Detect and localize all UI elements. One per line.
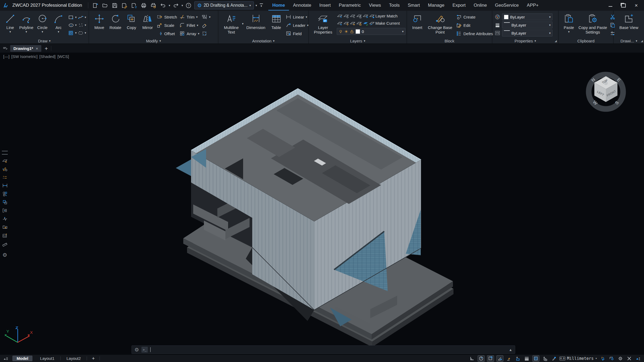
arc-button[interactable]: Arc	[50, 13, 67, 34]
panel-label-layers[interactable]: Layers	[309, 39, 407, 43]
tab-home[interactable]: Home	[268, 0, 289, 10]
line-button[interactable]: Line	[2, 13, 18, 34]
layout1-tab[interactable]: Layout1	[36, 356, 58, 361]
color-dropdown[interactable]: ByLayer	[502, 13, 552, 20]
offset-button[interactable]: Offset	[157, 30, 177, 37]
tab-insert[interactable]: Insert	[315, 0, 335, 10]
panel-label-modify[interactable]: Modify	[89, 39, 218, 43]
visual-style-control[interactable]: [Shaded]	[39, 54, 56, 59]
layout-list-button[interactable]	[3, 356, 9, 361]
close-button[interactable]	[633, 2, 639, 8]
stretch-button[interactable]: Stretch	[157, 13, 177, 20]
save-as-button[interactable]	[120, 1, 129, 9]
tab-smart[interactable]: Smart	[404, 0, 424, 10]
move-button[interactable]: Move	[91, 13, 107, 30]
layer-match-button[interactable]: Layer Match	[375, 13, 398, 19]
view-control[interactable]: [SW Isometric]	[11, 54, 38, 59]
align-button[interactable]	[202, 13, 211, 20]
revision-cloud-button[interactable]	[78, 30, 86, 36]
3d-model-building[interactable]	[0, 53, 644, 355]
erase-button[interactable]	[202, 22, 211, 29]
layer-lock-button[interactable]	[356, 13, 362, 19]
redo-dropdown[interactable]	[181, 4, 183, 7]
ellipse-button[interactable]	[68, 22, 77, 28]
copy-nested-tool-button[interactable]	[2, 199, 8, 205]
panel-label-drawing[interactable]: Drawi...	[614, 39, 644, 43]
scale-button[interactable]: Scale	[157, 22, 177, 29]
explode-button[interactable]	[202, 30, 211, 37]
title-extra-dropdown[interactable]	[255, 4, 257, 7]
fillet-button[interactable]: Fillet	[179, 22, 199, 29]
save-button[interactable]	[111, 1, 119, 9]
create-block-button[interactable]: Create	[456, 13, 493, 20]
minimize-button[interactable]	[608, 2, 613, 8]
multiline-text-button[interactable]: Multiline Text	[221, 13, 242, 35]
command-settings-gear-icon[interactable]	[134, 347, 139, 352]
dimension-button[interactable]: Dimension	[244, 13, 268, 30]
change-base-point-button[interactable]: Change Base Point	[425, 13, 455, 35]
model-tab[interactable]: Model	[12, 356, 32, 361]
panel-label-draw[interactable]: Draw	[0, 39, 89, 43]
linetype-dropdown[interactable]: ByLayer	[502, 30, 552, 36]
selection-cycling-toggle[interactable]	[542, 356, 548, 361]
quick-access-customize-button[interactable]	[260, 3, 263, 8]
table-button[interactable]: Table	[268, 13, 284, 30]
command-history-expand-button[interactable]	[509, 348, 512, 352]
panel-label-properties[interactable]: Properties	[492, 39, 558, 43]
tab-views[interactable]: Views	[365, 0, 385, 10]
viewport-menu-control[interactable]: [—]	[3, 54, 9, 59]
dynamic-input-toggle[interactable]	[506, 356, 512, 361]
help-button[interactable]: ?	[185, 1, 193, 9]
point-button[interactable]	[78, 22, 86, 28]
section-tool-button[interactable]	[2, 207, 8, 213]
insert-button[interactable]: Insert	[409, 13, 425, 30]
pgp-edit-tool-button[interactable]: PGP	[2, 232, 8, 238]
layer-freeze-button[interactable]	[350, 13, 356, 19]
show-lineweight-toggle[interactable]	[515, 356, 521, 361]
folder-transfer-tool-button[interactable]	[2, 224, 8, 230]
edit-block-button[interactable]: Edit	[456, 22, 493, 29]
layer-on-button[interactable]	[337, 13, 343, 19]
hatch-button[interactable]	[68, 30, 77, 36]
new-drawing-tab-button[interactable]	[43, 46, 49, 51]
make-current-icon-button[interactable]	[369, 20, 375, 26]
array-button[interactable]: Array	[179, 30, 199, 37]
field-button[interactable]: Field	[286, 30, 309, 37]
settings-gear-button[interactable]	[617, 356, 624, 361]
trim-button[interactable]: Trim	[179, 13, 199, 20]
tab-annotate[interactable]: Annotate	[289, 0, 315, 10]
panel-label-block[interactable]: Block	[407, 39, 492, 43]
undo-button[interactable]	[159, 1, 167, 9]
undo-dropdown[interactable]	[169, 4, 170, 7]
snap-tracking-toggle[interactable]	[496, 355, 503, 362]
mirror-button[interactable]: Mirror	[140, 13, 156, 30]
copy-paste-settings-button[interactable]: Copy and Paste Settings	[577, 13, 609, 35]
block-edit-tool-button[interactable]	[2, 166, 8, 172]
paste-button[interactable]: Paste	[561, 13, 577, 34]
annotation-scale-button[interactable]	[599, 356, 606, 361]
measure-tool-button[interactable]	[2, 241, 8, 247]
layer-unlock-button[interactable]	[356, 20, 362, 26]
new-file-button[interactable]	[92, 1, 100, 9]
command-prompt-icon[interactable]: >_	[141, 347, 148, 353]
batch-plot-button[interactable]	[149, 1, 158, 9]
layer-match-icon-button[interactable]	[369, 13, 375, 19]
layer-off-button[interactable]	[343, 13, 349, 19]
polyline-edit-tool-button[interactable]	[2, 216, 8, 222]
redo-button[interactable]	[172, 1, 180, 9]
tab-tools[interactable]: Tools	[385, 0, 404, 10]
group-tool-button[interactable]	[2, 191, 8, 197]
ortho-toggle[interactable]	[469, 356, 475, 361]
workspace-switcher[interactable]: 2D Drafting & Annota...	[194, 1, 254, 9]
panel-launcher-icon[interactable]	[641, 39, 643, 42]
layer-dropdown[interactable]: 0	[337, 28, 405, 35]
annotation-visibility-button[interactable]	[608, 356, 615, 361]
view-cube[interactable]: N E S W TOP LEFT FRONT	[582, 68, 630, 112]
polar-tracking-toggle[interactable]	[478, 355, 485, 362]
panel-label-annotation[interactable]: Annotation	[218, 39, 308, 43]
circle-button[interactable]: Circle	[34, 13, 50, 34]
tab-app-plus[interactable]: APP+	[523, 0, 543, 10]
leader-button[interactable]: Leader	[286, 22, 309, 29]
rectangle-button[interactable]	[68, 14, 77, 20]
drawing-viewport[interactable]: [—] [SW Isometric] [Shaded] [WCS]	[0, 53, 644, 355]
